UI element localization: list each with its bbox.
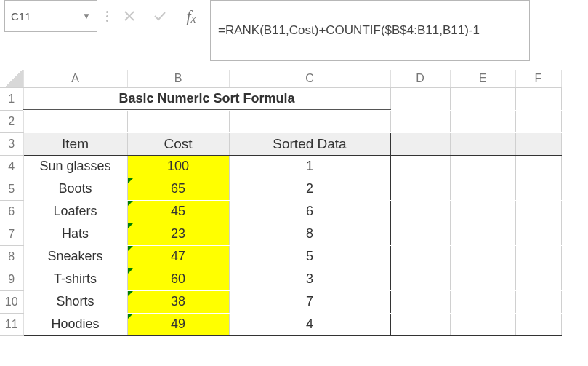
insert-function-button[interactable]: fx [178,0,204,32]
table-cell-item[interactable]: T-shirts [23,268,127,290]
table-cell-cost[interactable]: 100 [127,155,229,178]
cell[interactable] [23,110,127,132]
row-header[interactable]: 4 [0,155,23,178]
cancel-formula-button [117,0,142,32]
row-header[interactable]: 7 [0,223,23,245]
row-header[interactable]: 10 [0,290,23,313]
table-cell-sorted[interactable]: 6 [229,200,390,223]
row-header[interactable]: 2 [0,110,23,132]
table-header-cost[interactable]: Cost [127,132,229,155]
table-cell-sorted[interactable]: 4 [229,313,390,335]
cell[interactable] [390,245,450,268]
row-header[interactable]: 3 [0,132,23,155]
error-indicator-icon[interactable] [128,314,133,319]
cell[interactable] [390,313,450,335]
name-box[interactable]: C11 ▼ [4,0,97,32]
table-cell-sorted[interactable]: 3 [229,268,390,290]
error-indicator-icon[interactable] [128,268,133,274]
row-header[interactable]: 9 [0,268,23,290]
cell[interactable] [515,223,561,245]
table-cell-cost[interactable]: 49 [127,313,229,335]
table-cell-cost[interactable]: 38 [127,290,229,313]
table-cell-cost[interactable]: 60 [127,268,229,290]
table-cell-cost[interactable]: 47 [127,245,229,268]
check-icon [153,9,167,23]
column-header[interactable]: F [515,70,561,87]
cell[interactable] [450,268,515,290]
cell[interactable] [390,155,450,178]
table-cell-item[interactable]: Shorts [23,290,127,313]
cell[interactable] [390,178,450,200]
table-cell-sorted[interactable]: 7 [229,290,390,313]
table-cell-item[interactable]: Boots [23,178,127,200]
cell[interactable] [450,155,515,178]
name-box-value: C11 [11,10,31,23]
row-header[interactable]: 6 [0,200,23,223]
cell[interactable] [515,110,561,132]
row-header[interactable]: 5 [0,178,23,200]
cell[interactable] [515,245,561,268]
row-header[interactable]: 1 [0,87,23,110]
error-indicator-icon[interactable] [128,246,133,251]
chevron-down-icon[interactable]: ▼ [82,11,91,21]
cell[interactable] [450,110,515,132]
error-indicator-icon[interactable] [128,178,133,183]
cell[interactable] [515,268,561,290]
cell[interactable] [450,313,515,335]
table-cell-item[interactable]: Sneakers [23,245,127,268]
cell[interactable] [515,155,561,178]
cell[interactable] [515,132,561,155]
cell[interactable] [450,132,515,155]
column-header[interactable]: D [390,70,450,87]
table-cell-sorted[interactable]: 8 [229,223,390,245]
cell[interactable] [450,223,515,245]
table-cell-cost[interactable]: 45 [127,200,229,223]
row-header[interactable]: 8 [0,245,23,268]
row-header[interactable]: 11 [0,313,23,335]
table-cell-sorted[interactable]: 2 [229,178,390,200]
cell[interactable] [450,87,515,110]
column-header[interactable]: C [229,70,390,87]
table-header-item[interactable]: Item [23,132,127,155]
cell[interactable] [390,223,450,245]
spreadsheet-grid[interactable]: A B C D E F 1 Basic Numeric Sort Formula… [0,70,562,336]
cell[interactable] [450,290,515,313]
cell[interactable] [515,200,561,223]
column-header[interactable]: B [127,70,229,87]
table-cell-item[interactable]: Sun glasses [23,155,127,178]
cell[interactable] [515,178,561,200]
x-icon [123,9,136,23]
formula-bar: C11 ▼ fx =RANK(B11,Cost)+COUNTIF($B$4:B1… [0,0,588,32]
table-cell-item[interactable]: Loafers [23,200,127,223]
cell[interactable] [515,313,561,335]
cell[interactable] [229,110,390,132]
select-all-corner[interactable] [0,70,23,87]
cell[interactable] [450,200,515,223]
table-cell-cost[interactable]: 23 [127,223,229,245]
column-header[interactable]: E [450,70,515,87]
cell[interactable] [390,132,450,155]
table-cell-sorted[interactable]: 5 [229,245,390,268]
table-header-sorted[interactable]: Sorted Data [229,132,390,155]
table-cell-sorted[interactable]: 1 [229,155,390,178]
cell[interactable] [127,110,229,132]
table-cell-cost[interactable]: 65 [127,178,229,200]
cell[interactable] [390,268,450,290]
cell[interactable] [390,87,450,110]
formula-input[interactable]: =RANK(B11,Cost)+COUNTIF($B$4:B11,B11)-1 [210,0,530,61]
table-cell-item[interactable]: Hats [23,223,127,245]
cell[interactable] [515,290,561,313]
page-title[interactable]: Basic Numeric Sort Formula [23,87,390,110]
column-header[interactable]: A [23,70,127,87]
cell[interactable] [390,200,450,223]
error-indicator-icon[interactable] [128,291,133,296]
error-indicator-icon[interactable] [128,201,133,206]
cell[interactable] [450,178,515,200]
formula-text: =RANK(B11,Cost)+COUNTIF($B$4:B11,B11)-1 [218,23,480,38]
cell[interactable] [390,290,450,313]
cell[interactable] [515,87,561,110]
cell[interactable] [450,245,515,268]
error-indicator-icon[interactable] [128,223,133,228]
table-cell-item[interactable]: Hoodies [23,313,127,335]
cell[interactable] [390,110,450,132]
